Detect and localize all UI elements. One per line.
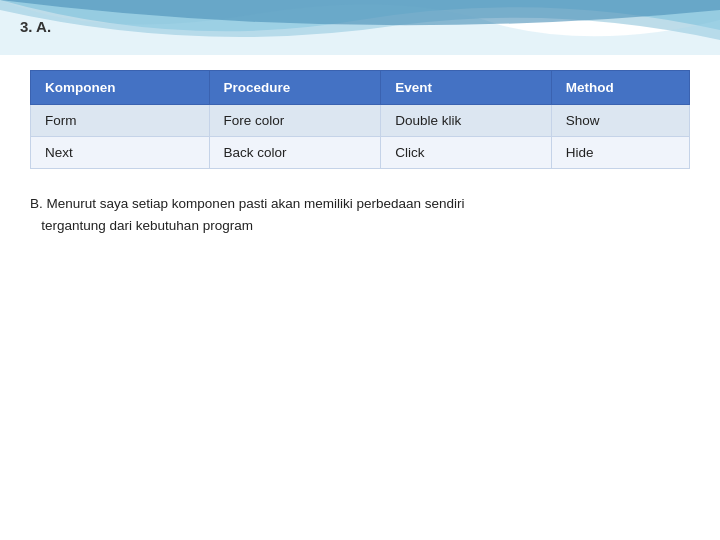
table-cell-0-1: Fore color	[209, 105, 381, 137]
table-cell-1-0: Next	[31, 137, 210, 169]
b-indent	[30, 218, 41, 233]
b-text: Menurut saya setiap komponen pasti akan …	[47, 196, 465, 211]
b-prefix: B.	[30, 196, 43, 211]
page-label: 3. A.	[20, 18, 51, 35]
table-header-row: Komponen Procedure Event Method	[31, 71, 690, 105]
table-cell-1-3: Hide	[551, 137, 689, 169]
table-cell-0-2: Double klik	[381, 105, 551, 137]
komponen-table: Komponen Procedure Event Method FormFore…	[30, 70, 690, 169]
table-cell-1-1: Back color	[209, 137, 381, 169]
b-text2: tergantung dari kebutuhan program	[41, 218, 253, 233]
col-header-procedure: Procedure	[209, 71, 381, 105]
b-section: B. Menurut saya setiap komponen pasti ak…	[30, 193, 690, 236]
table-cell-0-3: Show	[551, 105, 689, 137]
table-cell-1-2: Click	[381, 137, 551, 169]
col-header-method: Method	[551, 71, 689, 105]
table-row: NextBack colorClickHide	[31, 137, 690, 169]
table-cell-0-0: Form	[31, 105, 210, 137]
col-header-event: Event	[381, 71, 551, 105]
main-content: Komponen Procedure Event Method FormFore…	[30, 55, 690, 520]
table-row: FormFore colorDouble klikShow	[31, 105, 690, 137]
col-header-komponen: Komponen	[31, 71, 210, 105]
header-wave	[0, 0, 720, 55]
